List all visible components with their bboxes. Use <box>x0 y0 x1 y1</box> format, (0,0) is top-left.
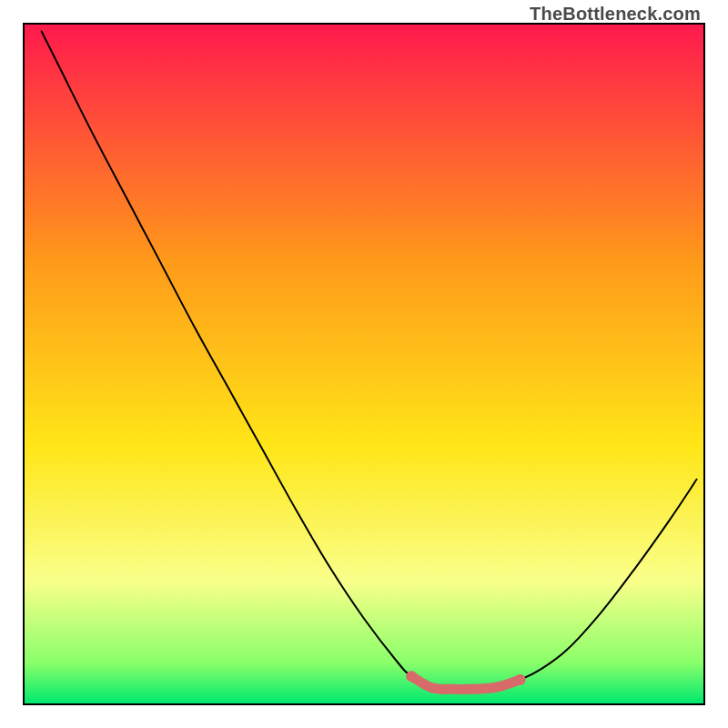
highlight-endpoint-right <box>515 674 526 685</box>
watermark-text: TheBottleneck.com <box>530 4 701 25</box>
chart-frame <box>23 23 705 705</box>
chart-svg <box>25 25 703 703</box>
gradient-background <box>25 25 703 703</box>
highlight-endpoint-left <box>406 671 417 682</box>
